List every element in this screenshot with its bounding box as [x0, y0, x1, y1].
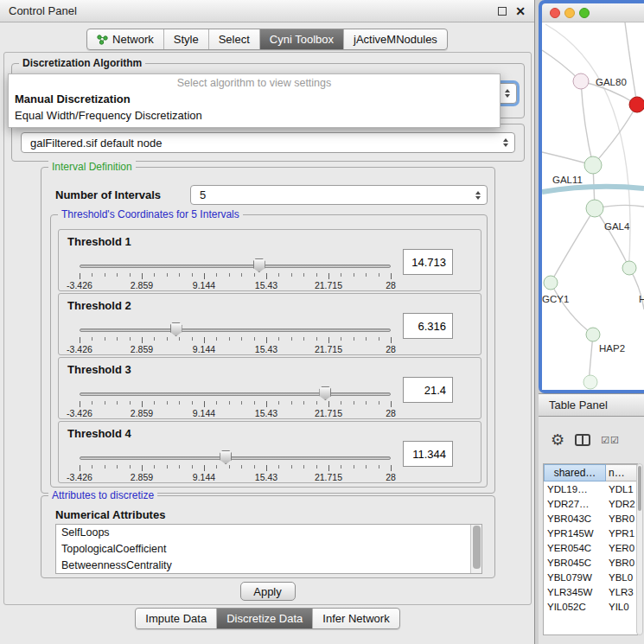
- group-title-attributes: Attributes to discretize: [48, 489, 157, 501]
- threshold-slider[interactable]: -3.4262.8599.14415.4321.71528: [76, 320, 394, 354]
- threshold-slider[interactable]: -3.4262.8599.14415.4321.71528: [76, 448, 394, 482]
- dropdown-option-equal-width-frequency-discretization[interactable]: Equal Width/Frequency Discretization: [9, 107, 500, 124]
- red-node[interactable]: [629, 97, 644, 112]
- table-row[interactable]: YPR145WYPR1: [544, 526, 637, 540]
- column-header-shared-name[interactable]: shared…: [544, 464, 606, 481]
- threshold-value-field[interactable]: [403, 249, 453, 275]
- threshold-label: Threshold 2: [67, 299, 131, 312]
- numerical-attributes-list[interactable]: SelfLoopsTopologicalCoefficientBetweenne…: [55, 524, 482, 574]
- tick-mark: [154, 337, 155, 341]
- network-view-window[interactable]: GAL80GAL11GAL4GCY1HAP2H: [539, 0, 644, 393]
- top-tab-bar: NetworkStyleSelectCyni ToolboxjActiveMNo…: [0, 29, 534, 50]
- select-columns-icon[interactable]: ☑☑: [601, 435, 620, 446]
- column-layout-icon[interactable]: [575, 434, 590, 446]
- minimize-traffic-light-icon[interactable]: [564, 8, 575, 18]
- network-edge[interactable]: [581, 81, 593, 165]
- tick-label: 9.144: [193, 344, 215, 354]
- table-row[interactable]: YBR045CYBR0: [544, 555, 637, 570]
- attribute-item-betweennesscentrality[interactable]: BetweennessCentrality: [56, 558, 481, 574]
- tab-infer-network[interactable]: Infer Network: [313, 609, 399, 628]
- network-edge[interactable]: [551, 283, 593, 335]
- slider-thumb[interactable]: [170, 322, 182, 336]
- slider-thumb[interactable]: [253, 258, 265, 272]
- network-edge[interactable]: [595, 208, 629, 268]
- tab-jactivemnodules[interactable]: jActiveMNodules: [344, 29, 447, 49]
- tab-label: Network: [112, 33, 154, 46]
- table-row[interactable]: YBL079WYBL0: [544, 570, 637, 584]
- table-row[interactable]: YBR043CYBR0: [544, 511, 637, 526]
- tab-cyni-toolbox[interactable]: Cyni Toolbox: [260, 29, 344, 49]
- tick-mark: [179, 337, 180, 341]
- table-scrollbar-thumb[interactable]: [638, 466, 641, 511]
- network-graph[interactable]: GAL80GAL11GAL4GCY1HAP2H: [542, 22, 644, 390]
- tab-style[interactable]: Style: [164, 29, 209, 49]
- tick-mark: [316, 273, 317, 277]
- number-of-intervals-combobox[interactable]: 5: [190, 185, 488, 205]
- GAL11-node[interactable]: [584, 156, 602, 174]
- attribute-item-selfloops[interactable]: SelfLoops: [56, 525, 481, 541]
- slider-track-area[interactable]: -3.4262.8599.14415.4321.71528: [80, 320, 391, 354]
- list-scrollbar-thumb[interactable]: [473, 526, 481, 569]
- tick-mark: [241, 273, 242, 277]
- node-label: GAL11: [552, 175, 583, 185]
- network-window-titlebar[interactable]: [542, 3, 644, 22]
- mid-right-node[interactable]: [622, 261, 636, 275]
- slider-track[interactable]: [80, 456, 391, 460]
- GAL80-node[interactable]: [573, 73, 589, 89]
- table-row[interactable]: YDL19…YDL1: [544, 481, 637, 496]
- tick-mark: [80, 401, 80, 407]
- tick-mark: [167, 465, 168, 469]
- close-traffic-light-icon[interactable]: [550, 8, 560, 18]
- dropdown-option-manual-discretization[interactable]: Manual Discretization: [9, 91, 500, 107]
- table-row[interactable]: YER054CYER0: [544, 540, 637, 555]
- threshold-value-field[interactable]: [403, 313, 453, 339]
- threshold-slider[interactable]: -3.4262.8599.14415.4321.71528: [76, 384, 394, 418]
- slider-track-area[interactable]: -3.4262.8599.14415.4321.71528: [80, 384, 391, 418]
- gear-icon[interactable]: ⚙: [551, 432, 564, 448]
- tick-mark: [204, 273, 205, 279]
- column-header-name[interactable]: n…: [606, 464, 637, 481]
- tick-label: 9.144: [193, 472, 215, 482]
- float-window-icon[interactable]: [498, 7, 507, 16]
- tab-discretize-data[interactable]: Discretize Data: [217, 609, 313, 628]
- table-row[interactable]: YIL052CYIL0: [544, 599, 637, 614]
- list-scrollbar[interactable]: [470, 525, 481, 573]
- slider-track-area[interactable]: -3.4262.8599.14415.4321.71528: [80, 256, 391, 290]
- tab-impute-data[interactable]: Impute Data: [136, 609, 217, 628]
- control-panel-titlebar[interactable]: Control Panel ✕: [0, 0, 534, 22]
- threshold-slider[interactable]: -3.4262.8599.14415.4321.71528: [76, 256, 394, 290]
- GCY1-node[interactable]: [544, 276, 558, 290]
- threshold-value-field[interactable]: [403, 441, 453, 467]
- table-panel-header[interactable]: Table Panel: [539, 393, 644, 417]
- GAL4-node[interactable]: [586, 200, 603, 217]
- table-row[interactable]: YDR27…YDR2: [544, 496, 637, 511]
- close-window-icon[interactable]: ✕: [515, 7, 526, 16]
- HAP2-node[interactable]: [586, 328, 600, 341]
- slider-track[interactable]: [80, 392, 391, 396]
- table-data-combobox[interactable]: galFiltered.sif default node: [21, 132, 515, 153]
- apply-button[interactable]: Apply: [240, 582, 296, 601]
- tick-mark: [179, 465, 180, 469]
- slider-track[interactable]: [80, 265, 391, 268]
- threshold-value-field[interactable]: [403, 377, 453, 403]
- tick-mark: [130, 273, 131, 277]
- algorithm-dropdown: Select algorithm to view settings Manual…: [8, 73, 501, 128]
- attribute-item-topologicalcoefficient[interactable]: TopologicalCoefficient: [56, 541, 481, 558]
- group-title-discretization-algorithm: Discretization Algorithm: [19, 57, 145, 69]
- network-edge[interactable]: [551, 208, 595, 283]
- bottom-node[interactable]: [583, 375, 597, 389]
- slider-thumb[interactable]: [319, 386, 331, 400]
- slider-track[interactable]: [80, 328, 391, 332]
- table-scrollbar[interactable]: [636, 463, 643, 635]
- cell-name: YBR0: [606, 513, 637, 524]
- tab-network[interactable]: Network: [87, 29, 164, 49]
- tick-mark: [278, 337, 279, 341]
- zoom-traffic-light-icon[interactable]: [579, 8, 590, 18]
- network-edge[interactable]: [625, 22, 637, 105]
- network-canvas[interactable]: GAL80GAL11GAL4GCY1HAP2H: [542, 22, 644, 390]
- table-row[interactable]: YLR345WYLR3: [544, 584, 637, 599]
- threshold-label: Threshold 3: [67, 363, 131, 376]
- slider-thumb[interactable]: [220, 450, 232, 464]
- tab-select[interactable]: Select: [209, 29, 260, 49]
- slider-track-area[interactable]: -3.4262.8599.14415.4321.71528: [80, 448, 391, 482]
